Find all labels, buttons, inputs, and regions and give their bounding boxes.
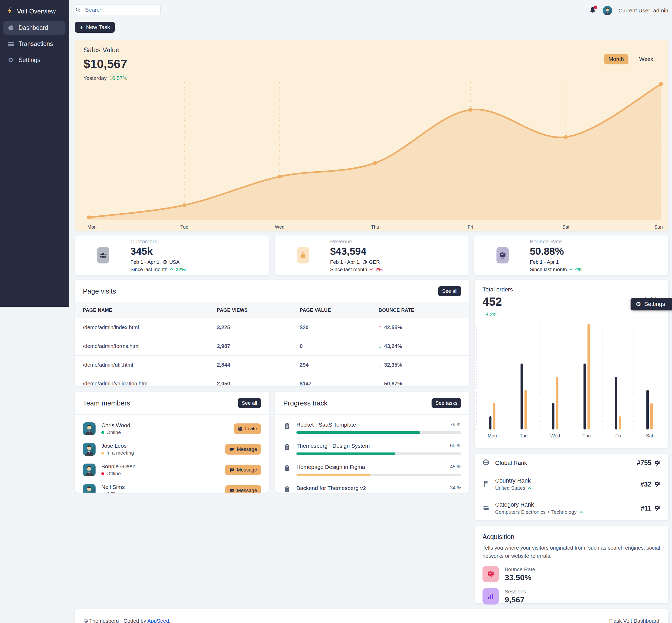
x-axis-label: Sun — [654, 225, 663, 230]
rank-sub: United States — [495, 485, 640, 491]
x-axis-label: Thu — [582, 433, 591, 439]
sidebar-item-settings[interactable]: ⚙Settings — [3, 53, 65, 67]
settings-fab-button[interactable]: ⚙ Settings — [631, 298, 672, 310]
chevron-up-icon — [527, 486, 532, 491]
member-name[interactable]: Bonnie Green — [101, 463, 225, 470]
presentation-board-icon — [654, 460, 661, 466]
list-item-progress: Backend for Themesberg v234 % — [283, 485, 461, 493]
x-axis-label: Mon — [488, 433, 497, 439]
progress-label: Backend for Themesberg v2 — [297, 485, 366, 491]
invite-button[interactable]: Invite — [234, 423, 261, 434]
range-option-week[interactable]: Week — [635, 54, 658, 64]
chevron-down-icon — [369, 267, 373, 272]
message-button[interactable]: Message — [225, 485, 261, 493]
sales-header: Sales Value $10,567 Yesterday10.57% — [83, 46, 127, 81]
page-visits-title: Page visits — [83, 287, 116, 295]
x-axis-label: Mon — [87, 225, 97, 230]
table-row: /demo/admin/forms.html2,9870↓43,24% — [75, 337, 469, 356]
avatar[interactable] — [603, 6, 612, 15]
stat-change: 2% — [375, 267, 383, 272]
country-label: GER — [369, 259, 380, 265]
x-axis-label: Sat — [562, 225, 569, 230]
x-axis-label: Sat — [646, 433, 653, 439]
table-row: /demo/admin/util.html2,844294↓32,35% — [75, 356, 469, 374]
person-photo — [603, 6, 612, 15]
stat-date-range: Feb 1 - Apr 1 — [530, 259, 582, 265]
progress-list: Rocket - SaaS Template75 %Themesberg - D… — [275, 414, 469, 493]
acquisition-card: Acquisition Tells you where your visitor… — [475, 526, 668, 603]
member-status: In a meeting — [101, 450, 225, 456]
stat-value: 50.88% — [530, 246, 582, 257]
bolt-icon — [7, 7, 13, 16]
gear-icon: ⚙ — [8, 57, 14, 63]
x-axis-label: Fri — [468, 225, 473, 230]
message-button[interactable]: Message — [225, 465, 261, 475]
flag-icon — [483, 480, 490, 487]
acquisition-item-sessions: Sessions9,567 — [483, 588, 661, 604]
avatar — [83, 422, 96, 435]
total-orders-change: 18.2% — [483, 312, 513, 318]
cell-page-name: /demo/admin/validation.html — [75, 374, 217, 386]
progress-bar — [297, 474, 461, 476]
rank-label: Category Rank — [495, 501, 641, 508]
progress-percent: 34 % — [450, 485, 461, 491]
stats-row: Customers345kFeb 1 - Apr 1, USASince las… — [75, 235, 668, 275]
member-name[interactable]: Neil Sims — [101, 484, 225, 490]
table-row: /demo/admin/validation.html2,050$147↑50,… — [75, 374, 469, 386]
newtask-row: + New Task — [75, 22, 668, 33]
sales-title: Sales Value — [83, 46, 127, 54]
sidebar-item-label: Settings — [19, 57, 40, 64]
cell-page-views: 3,225 — [217, 318, 300, 337]
sales-period-label: Yesterday — [83, 75, 106, 81]
member-name[interactable]: Jose Leos — [101, 443, 225, 449]
new-task-button[interactable]: + New Task — [75, 22, 115, 33]
rank-label: Global Rank — [495, 459, 637, 467]
footer: © Themesberg - Coded by AppSeed. Flask V… — [75, 609, 668, 623]
list-item-progress: Rocket - SaaS Template75 % — [283, 422, 461, 434]
person-photo — [83, 422, 96, 435]
presentation-board-icon — [654, 481, 661, 487]
sales-change: 10.57% — [109, 75, 127, 81]
page-visits-card: Page visits See all PAGE NAME PAGE VIEWS… — [75, 280, 469, 386]
calendar-icon — [238, 426, 243, 432]
acquisition-value: 33.50% — [505, 573, 535, 582]
range-option-month[interactable]: Month — [604, 54, 628, 64]
sidebar-item-transactions[interactable]: Transactions — [3, 37, 65, 51]
x-axis-label: Thu — [371, 225, 379, 230]
stat-date-range: Feb 1 - Apr 1, GER — [330, 259, 383, 265]
sidebar: Volt Overview DashboardTransactions⚙Sett… — [0, 0, 69, 307]
notification-bell-icon[interactable] — [589, 6, 596, 15]
presentation-board-icon — [498, 251, 507, 259]
ranks-card: Global Rank#755Country RankUnited States… — [475, 454, 668, 520]
person-photo — [83, 464, 96, 476]
cell-bounce-rate: ↓32,35% — [378, 356, 469, 374]
col-bounce-rate: BOUNCE RATE — [378, 303, 469, 318]
team-see-all-button[interactable]: See all — [238, 398, 261, 408]
search-input[interactable] — [81, 4, 160, 15]
globe-icon — [483, 459, 490, 466]
list-item-progress: Homepage Design in Figma45 % — [283, 464, 461, 476]
page-visits-see-all-button[interactable]: See all — [438, 286, 461, 296]
new-task-label: New Task — [86, 24, 110, 30]
stat-label: Bounce Rate — [530, 238, 582, 245]
cell-page-name: /demo/admin/util.html — [75, 356, 217, 374]
stat-date-range: Feb 1 - Apr 1, USA — [130, 259, 186, 265]
stat-icon-box — [496, 247, 509, 263]
list-item-member: Bonnie GreenOfflineMessage — [83, 459, 261, 480]
sidebar-item-dashboard[interactable]: Dashboard — [3, 21, 65, 35]
member-name[interactable]: Chris Wood — [101, 422, 234, 428]
appseed-link[interactable]: AppSeed — [147, 618, 169, 623]
message-button[interactable]: Message — [225, 444, 261, 454]
rank-row-global-rank: Global Rank#755 — [475, 454, 668, 472]
acquisition-items: Bounce Rate33.50%Sessions9,567 — [483, 566, 661, 604]
stat-since-last-month: Since last month4% — [530, 267, 582, 272]
acquisition-label: Sessions — [505, 589, 526, 595]
avatar — [83, 464, 96, 476]
see-tasks-button[interactable]: See tasks — [432, 398, 461, 408]
brand[interactable]: Volt Overview — [3, 5, 65, 21]
avatar — [83, 443, 96, 456]
sidebar-item-label: Dashboard — [19, 24, 48, 31]
progress-percent: 60 % — [450, 443, 461, 449]
status-dot — [101, 452, 104, 454]
rank-value: #11 — [641, 504, 651, 512]
